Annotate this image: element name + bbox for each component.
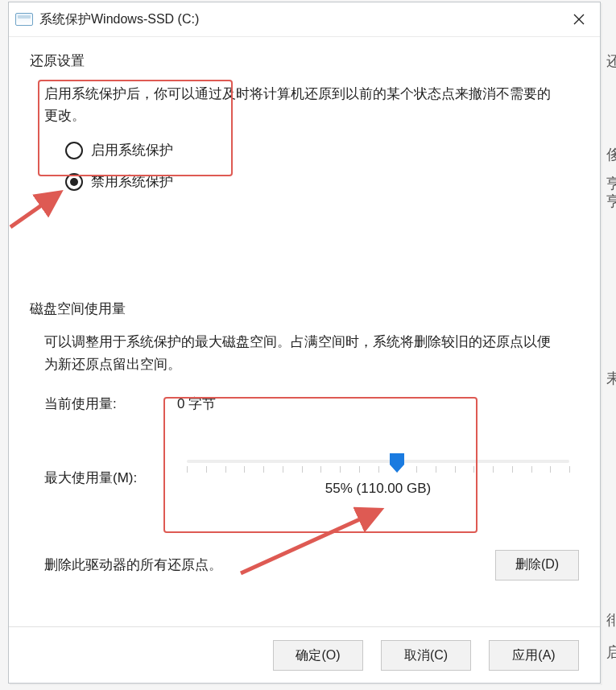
disk-description: 可以调整用于系统保护的最大磁盘空间。占满空间时，系统将删除较旧的还原点以便为新还… bbox=[44, 331, 560, 374]
delete-description: 删除此驱动器的所有还原点。 bbox=[44, 556, 222, 574]
slider-thumb[interactable] bbox=[390, 453, 404, 473]
svg-line-0 bbox=[10, 193, 59, 227]
ok-button[interactable]: 确定(O) bbox=[273, 640, 363, 671]
system-protection-dialog: 系统保护Windows-SSD (C:) 还原设置 启用系统保护后，你可以通过及… bbox=[8, 2, 601, 684]
max-usage-slider[interactable]: 55% (110.00 GB) bbox=[177, 445, 579, 511]
enable-protection-label: 启用系统保护 bbox=[91, 141, 173, 159]
delete-button[interactable]: 删除(D) bbox=[495, 550, 579, 581]
disk-section-title: 磁盘空间使用量 bbox=[30, 300, 579, 318]
max-usage-readout: 55% (110.00 GB) bbox=[187, 481, 569, 497]
close-button[interactable] bbox=[558, 2, 600, 36]
background-window-fragment: 还 侈 亨 亨 耒 徘 启 bbox=[605, 47, 616, 690]
apply-button[interactable]: 应用(A) bbox=[489, 640, 579, 671]
close-icon bbox=[573, 14, 585, 25]
cancel-button[interactable]: 取消(C) bbox=[381, 640, 471, 671]
window-title: 系统保护Windows-SSD (C:) bbox=[39, 11, 199, 28]
disable-protection-option[interactable]: 禁用系统保护 bbox=[65, 172, 579, 191]
drive-icon bbox=[15, 13, 33, 26]
current-usage-label: 当前使用量: bbox=[44, 395, 177, 413]
disable-protection-label: 禁用系统保护 bbox=[91, 172, 173, 191]
current-usage-value: 0 字节 bbox=[177, 395, 216, 413]
radio-icon bbox=[65, 142, 83, 159]
workspace: 系统保护Windows-SSD (C:) 还原设置 启用系统保护后，你可以通过及… bbox=[0, 0, 616, 690]
restore-section-title: 还原设置 bbox=[30, 52, 579, 70]
title-bar[interactable]: 系统保护Windows-SSD (C:) bbox=[9, 2, 600, 37]
enable-protection-option[interactable]: 启用系统保护 bbox=[65, 141, 579, 159]
max-usage-label: 最大使用量(M): bbox=[44, 469, 177, 487]
restore-description: 启用系统保护后，你可以通过及时将计算机还原到以前的某个状态点来撤消不需要的更改。 bbox=[44, 83, 560, 126]
dialog-footer: 确定(O) 取消(C) 应用(A) bbox=[9, 626, 600, 684]
radio-icon bbox=[65, 173, 83, 191]
restore-radio-group: 启用系统保护 禁用系统保护 bbox=[65, 141, 579, 191]
slider-track bbox=[187, 460, 569, 463]
